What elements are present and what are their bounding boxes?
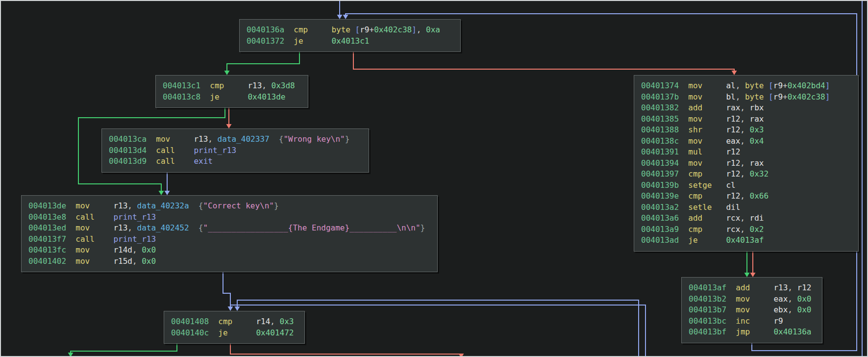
- function-ref-token[interactable]: exit: [194, 156, 213, 166]
- address-token[interactable]: 00401372: [247, 36, 284, 46]
- address-token[interactable]: 004013bf: [689, 327, 726, 336]
- address-token[interactable]: 004013c8: [163, 92, 200, 102]
- data-ref-token[interactable]: data_402337: [218, 134, 270, 144]
- asm-line[interactable]: 0040140c je 0x401472: [171, 328, 298, 339]
- address-token[interactable]: 004013b7: [689, 305, 726, 314]
- asm-line[interactable]: 0040138c mov eax, 0x4: [641, 136, 851, 147]
- number-token[interactable]: 0x0: [797, 305, 812, 314]
- address-token[interactable]: 00401385: [641, 114, 679, 124]
- asm-line[interactable]: 004013e8 call print_r13: [28, 212, 430, 223]
- address-token[interactable]: 00401394: [641, 158, 679, 168]
- address-token[interactable]: 00401391: [641, 147, 679, 156]
- address-token[interactable]: 0040139b: [641, 180, 679, 190]
- asm-line[interactable]: 004013c1 cmp r13, 0x3d8: [163, 80, 301, 92]
- number-token[interactable]: 0x3d8: [272, 81, 295, 90]
- number-token[interactable]: 0x3: [280, 317, 294, 326]
- address-token[interactable]: 0040139e: [641, 191, 679, 201]
- asm-line[interactable]: 0040137b mov bl, byte [r9+0x402c38]: [641, 92, 851, 103]
- number-token[interactable]: 0x0: [142, 245, 156, 255]
- data-ref-token[interactable]: data_402452: [137, 223, 189, 232]
- asm-line[interactable]: 004013fc mov r14d, 0x0: [28, 245, 430, 256]
- code-ref-token[interactable]: 0x4013de: [248, 92, 285, 102]
- number-token[interactable]: 0x402c38: [788, 92, 825, 102]
- address-token[interactable]: 00401408: [171, 317, 209, 326]
- address-token[interactable]: 0040137b: [641, 92, 679, 102]
- number-token[interactable]: 0x66: [750, 191, 769, 201]
- asm-line[interactable]: 00401391 mul r12: [641, 147, 851, 158]
- asm-line[interactable]: 004013a2 setle dil: [641, 202, 851, 213]
- address-token[interactable]: 004013e8: [28, 212, 66, 222]
- basic-block-00401374[interactable]: 00401374 mov al, byte [r9+0x402bd4]00401…: [634, 75, 859, 252]
- asm-line[interactable]: 004013ca mov r13, data_402337 {"Wrong ke…: [109, 134, 362, 145]
- asm-line[interactable]: 004013f7 call print_r13: [28, 234, 430, 245]
- address-token[interactable]: 004013d9: [109, 156, 147, 166]
- graph-canvas[interactable]: 0040136a cmp byte [r9+0x402c38], 0xa0040…: [0, 0, 868, 357]
- asm-line[interactable]: 0040139b setge cl: [641, 180, 851, 191]
- asm-line[interactable]: 004013a9 cmp rcx, 0x2: [641, 224, 851, 235]
- asm-line[interactable]: 004013d4 call print_r13: [109, 145, 362, 156]
- address-token[interactable]: 0040138c: [641, 136, 679, 146]
- data-ref-token[interactable]: data_40232a: [137, 201, 189, 210]
- asm-line[interactable]: 00401372 je 0x4013c1: [247, 36, 453, 47]
- basic-block-004013af[interactable]: 004013af add r13, r12004013b2 mov eax, 0…: [681, 277, 822, 343]
- asm-line[interactable]: 004013b2 mov eax, 0x0: [689, 294, 815, 305]
- asm-line[interactable]: 00401385 mov r12, rax: [641, 114, 851, 125]
- number-token[interactable]: 0x0: [797, 294, 812, 304]
- code-ref-token[interactable]: 0x40136a: [773, 327, 811, 336]
- asm-line[interactable]: 004013ad je 0x4013af: [641, 235, 851, 246]
- address-token[interactable]: 0040136a: [247, 25, 284, 34]
- function-ref-token[interactable]: print_r13: [113, 212, 156, 222]
- address-token[interactable]: 004013ad: [641, 235, 679, 245]
- address-token[interactable]: 004013ca: [109, 134, 147, 144]
- asm-line[interactable]: 0040139e cmp r12, 0x66: [641, 191, 851, 202]
- asm-line[interactable]: 00401394 mov r12, rax: [641, 158, 851, 169]
- basic-block-004013ca[interactable]: 004013ca mov r13, data_402337 {"Wrong ke…: [101, 128, 369, 173]
- number-token[interactable]: 0x0: [142, 256, 156, 266]
- asm-line[interactable]: 004013d9 call exit: [109, 156, 362, 167]
- number-token[interactable]: 0xa: [426, 25, 440, 34]
- address-token[interactable]: 004013af: [689, 283, 726, 292]
- asm-line[interactable]: 004013bf jmp 0x40136a: [689, 327, 815, 338]
- asm-line[interactable]: 004013b7 mov ebx, 0x0: [689, 305, 815, 316]
- address-token[interactable]: 004013a2: [641, 203, 679, 212]
- number-token[interactable]: 0x402bd4: [788, 81, 825, 90]
- basic-block-0040136a[interactable]: 0040136a cmp byte [r9+0x402c38], 0xa0040…: [239, 19, 461, 52]
- asm-line[interactable]: 004013ed mov r13, data_402452 {"________…: [28, 223, 430, 234]
- code-ref-token[interactable]: 0x4013c1: [331, 36, 369, 46]
- address-token[interactable]: 004013de: [28, 201, 66, 210]
- address-token[interactable]: 004013c1: [163, 81, 200, 90]
- number-token[interactable]: 0x402c38: [374, 25, 412, 34]
- address-token[interactable]: 004013d4: [109, 146, 147, 155]
- asm-line[interactable]: 0040136a cmp byte [r9+0x402c38], 0xa: [247, 25, 453, 36]
- address-token[interactable]: 004013f7: [28, 234, 66, 244]
- basic-block-00401408[interactable]: 00401408 cmp r14, 0x30040140c je 0x40147…: [164, 311, 305, 344]
- asm-line[interactable]: 00401382 add rax, rbx: [641, 102, 851, 114]
- asm-line[interactable]: 004013bc inc r9: [689, 316, 815, 327]
- address-token[interactable]: 00401388: [641, 125, 679, 134]
- address-token[interactable]: 0040140c: [171, 328, 209, 337]
- address-token[interactable]: 004013bc: [689, 316, 726, 326]
- asm-line[interactable]: 00401374 mov al, byte [r9+0x402bd4]: [641, 80, 851, 92]
- asm-line[interactable]: 004013a6 add rcx, rdi: [641, 213, 851, 224]
- number-token[interactable]: 0x3: [750, 125, 764, 134]
- number-token[interactable]: 0x2: [750, 225, 764, 234]
- number-token[interactable]: 0x32: [750, 169, 769, 178]
- function-ref-token[interactable]: print_r13: [113, 234, 156, 244]
- asm-line[interactable]: 004013af add r13, r12: [689, 282, 815, 294]
- basic-block-004013c1[interactable]: 004013c1 cmp r13, 0x3d8004013c8 je 0x401…: [155, 75, 308, 108]
- code-ref-token[interactable]: 0x4013af: [726, 235, 764, 245]
- asm-line[interactable]: 00401408 cmp r14, 0x3: [171, 316, 298, 328]
- code-ref-token[interactable]: 0x401472: [256, 328, 294, 337]
- basic-block-004013de[interactable]: 004013de mov r13, data_40232a {"Correct …: [21, 195, 438, 272]
- address-token[interactable]: 004013a9: [641, 225, 679, 234]
- asm-line[interactable]: 00401397 cmp r12, 0x32: [641, 169, 851, 180]
- address-token[interactable]: 00401374: [641, 81, 679, 90]
- address-token[interactable]: 00401402: [28, 256, 66, 266]
- asm-line[interactable]: 00401388 shr r12, 0x3: [641, 125, 851, 136]
- address-token[interactable]: 004013ed: [28, 223, 66, 232]
- address-token[interactable]: 004013b2: [689, 294, 726, 304]
- address-token[interactable]: 004013fc: [28, 245, 66, 255]
- function-ref-token[interactable]: print_r13: [194, 146, 236, 155]
- address-token[interactable]: 00401382: [641, 103, 679, 112]
- address-token[interactable]: 00401397: [641, 169, 679, 178]
